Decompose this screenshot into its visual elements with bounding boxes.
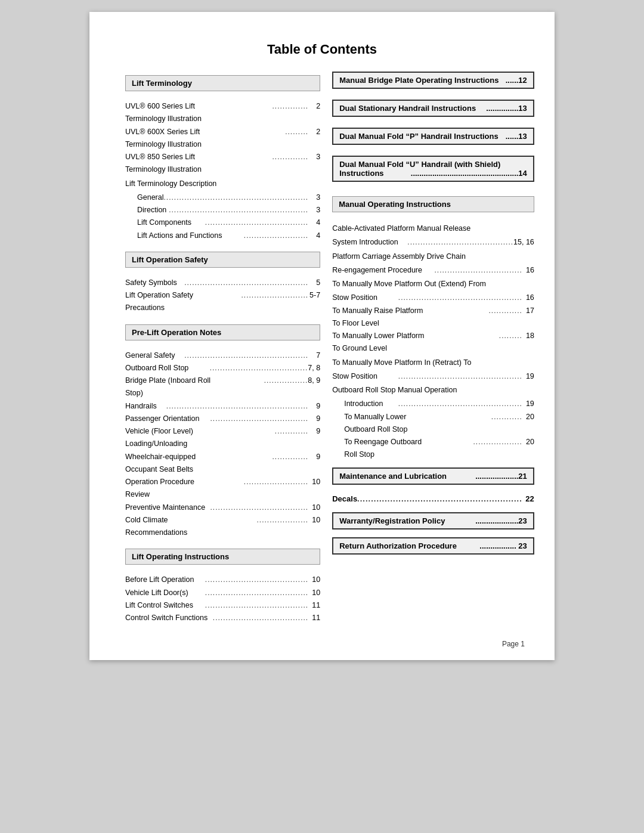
toc-label: Lift Terminology Description (125, 176, 320, 191)
section-header-warranty: Warranty/Registration Policy ...........… (332, 512, 534, 529)
list-item: Lift Control Switches ..................… (125, 599, 320, 612)
toc-label: Cable-Activated Platform Manual Release (332, 221, 534, 236)
list-item: Stow Position ..........................… (332, 292, 534, 304)
list-item: To Manually Raise Platform To Floor Leve… (332, 305, 534, 330)
list-item: Safety Symbols .........................… (125, 277, 320, 289)
list-item: To Reengage Outboard Roll Stop .........… (332, 436, 534, 462)
list-item: UVL® 850 Series Lift Terminology Illustr… (125, 151, 320, 176)
list-item: Direction ..............................… (125, 204, 320, 216)
right-column: Manual Bridge Plate Operating Instructio… (332, 72, 534, 624)
section-header-dual-fold-p: Dual Manual Fold “P” Handrail Instructio… (332, 128, 534, 145)
section-header-pre-lift: Pre-Lift Operation Notes (125, 324, 320, 340)
list-item: To Manually Lower Outboard Roll Stop ...… (332, 411, 534, 436)
list-item: Wheelchair-equipped Occupant Seat Belts … (125, 451, 320, 476)
section-header-dual-stationary: Dual Stationary Handrail Instructions ..… (332, 100, 534, 117)
toc-label: To Manually Move Platform In (Retract) T… (332, 355, 534, 370)
toc-container: Lift Terminology UVL® 600 Series Lift Te… (125, 72, 519, 624)
section-header-bridge-plate: Manual Bridge Plate Operating Instructio… (332, 72, 534, 89)
section-header-lift-operating: Lift Operating Instructions (125, 549, 320, 565)
list-item: Passenger Orientation ..................… (125, 413, 320, 425)
list-item: Preventive Maintenance .................… (125, 501, 320, 514)
list-item: UVL® 600X Series Lift Terminology Illust… (125, 126, 320, 151)
list-item: Vehicle Lift Door(s) ...................… (125, 587, 320, 599)
section-header-lift-terminology: Lift Terminology (125, 75, 320, 91)
list-item: Handrails ..............................… (125, 400, 320, 413)
page-label: Page (502, 640, 519, 648)
list-item: Lift Components ........................… (125, 216, 320, 229)
list-item: Lift Actions and Functions .............… (125, 230, 320, 242)
list-item-decals: Decals .................................… (332, 493, 534, 506)
list-item: General ................................… (125, 191, 320, 204)
list-item: Bridge Plate (Inboard Roll Stop) .......… (125, 374, 320, 400)
section-header-lift-operation-safety: Lift Operation Safety (125, 252, 320, 268)
list-item: Before Lift Operation ..................… (125, 574, 320, 586)
section-header-maintenance: Maintenance and Lubrication ............… (332, 467, 534, 485)
page: Table of Contents Lift Terminology UVL® … (89, 12, 555, 660)
left-column: Lift Terminology UVL® 600 Series Lift Te… (125, 72, 320, 624)
list-item: Lift Operation Safety Precautions ......… (125, 289, 320, 315)
list-item: Control Switch Functions ...............… (125, 612, 320, 624)
list-item: Stow Position ..........................… (332, 370, 534, 383)
toc-label: To Manually Move Platform Out (Extend) F… (332, 277, 534, 292)
toc-label: Outboard Roll Stop Manual Operation (332, 383, 534, 398)
list-item: System Introduction ....................… (332, 236, 534, 249)
list-item: Operation Procedure Review .............… (125, 476, 320, 501)
section-header-manual-operating: Manual Operating Instructions (332, 196, 534, 212)
list-item: Cold Climate Recommendations ...........… (125, 514, 320, 540)
list-item: UVL® 600 Series Lift Terminology Illustr… (125, 100, 320, 126)
page-number: 1 (521, 640, 525, 648)
list-item: Introduction ...........................… (332, 398, 534, 410)
toc-label: Platform Carriage Assembly Drive Chain (332, 249, 534, 264)
section-header-return-auth: Return Authorization Procedure .........… (332, 537, 534, 555)
page-title: Table of Contents (125, 42, 519, 57)
list-item: Re-engagement Procedure ................… (332, 264, 534, 277)
section-header-dual-fold-u: Dual Manual Fold “U” Handrail (with Shie… (332, 156, 534, 182)
list-item: Vehicle (Floor Level) Loading/Unloading … (125, 425, 320, 451)
page-footer: Page 1 (502, 640, 525, 648)
list-item: Outboard Roll Stop .....................… (125, 362, 320, 374)
list-item: To Manually Lower Platform To Ground Lev… (332, 330, 534, 355)
list-item: General Safety .........................… (125, 349, 320, 362)
